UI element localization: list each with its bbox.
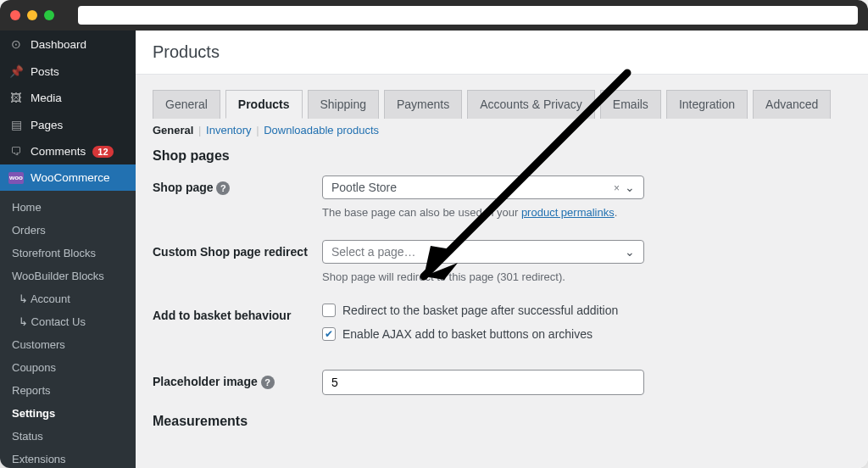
add-to-basket-label: Add to basket behaviour <box>153 309 291 322</box>
custom-redirect-desc: Shop page will redirect to this page (30… <box>322 269 678 286</box>
tab-products[interactable]: Products <box>225 90 303 119</box>
tab-emails[interactable]: Emails <box>600 90 661 119</box>
media-icon: 🖾 <box>8 92 24 104</box>
settings-subtabs: General | Inventory | Downloadable produ… <box>153 124 851 136</box>
comment-icon: 🗨 <box>8 145 24 158</box>
sidebar-item-comments[interactable]: 🗨Comments12 <box>0 138 136 164</box>
ajax-basket-label: Enable AJAX add to basket buttons on arc… <box>342 327 593 341</box>
main-content: Products General Products Shipping Payme… <box>136 31 868 468</box>
minimize-window-icon[interactable] <box>27 10 37 20</box>
dashboard-icon: ⊙ <box>8 37 24 51</box>
sidebar: ⊙Dashboard 📌Posts 🖾Media ▤Pages 🗨Comment… <box>0 31 136 468</box>
tab-advanced[interactable]: Advanced <box>753 90 831 119</box>
tab-general[interactable]: General <box>153 90 220 119</box>
custom-redirect-select[interactable]: Select a page… ⌄ <box>322 240 644 264</box>
sidebar-item-label: Media <box>31 92 62 104</box>
pin-icon: 📌 <box>8 64 24 78</box>
sidebar-item-dashboard[interactable]: ⊙Dashboard <box>0 31 136 58</box>
shop-page-desc: The base page can also be used in your p… <box>322 204 678 221</box>
sidebar-sub-home[interactable]: Home <box>0 196 136 219</box>
tab-shipping[interactable]: Shipping <box>308 90 380 119</box>
sidebar-item-posts[interactable]: 📌Posts <box>0 58 136 85</box>
section-measurements: Measurements <box>153 414 851 429</box>
sidebar-item-label: Pages <box>31 119 63 131</box>
sidebar-item-woocommerce[interactable]: wooWooCommerce <box>0 164 136 191</box>
sidebar-sub-coupons[interactable]: Coupons <box>0 356 136 379</box>
sidebar-item-label: WooCommerce <box>31 171 110 184</box>
sidebar-sub-status[interactable]: Status <box>0 425 136 448</box>
section-shop-pages: Shop pages <box>153 148 851 164</box>
sidebar-sub-extensions[interactable]: Extensions <box>0 448 136 468</box>
sidebar-sub-storefront-blocks[interactable]: Storefront Blocks <box>0 242 136 265</box>
tab-payments[interactable]: Payments <box>384 90 462 119</box>
sidebar-item-media[interactable]: 🖾Media <box>0 85 136 111</box>
sidebar-item-label: Dashboard <box>31 38 86 51</box>
sidebar-sub-orders[interactable]: Orders <box>0 219 136 242</box>
redirect-basket-checkbox-row[interactable]: Redirect to the basket page after succes… <box>322 304 678 317</box>
close-window-icon[interactable] <box>10 10 20 20</box>
sidebar-sub-reports[interactable]: Reports <box>0 379 136 402</box>
product-permalinks-link[interactable]: product permalinks <box>521 206 615 219</box>
custom-redirect-label: Custom Shop page redirect <box>153 245 308 259</box>
woocommerce-icon: woo <box>8 172 24 184</box>
maximize-window-icon[interactable] <box>44 10 54 20</box>
comments-badge: 12 <box>92 146 113 158</box>
checkbox-unchecked-icon[interactable] <box>322 304 336 317</box>
help-icon[interactable]: ? <box>216 181 230 195</box>
sidebar-sub-contact-us[interactable]: ↳ Contact Us <box>0 310 136 333</box>
url-bar[interactable] <box>78 6 858 25</box>
clear-icon[interactable]: × <box>614 182 620 194</box>
shop-page-value: Pootle Store <box>331 181 397 194</box>
shop-page-label: Shop page <box>153 181 214 194</box>
redirect-basket-label: Redirect to the basket page after succes… <box>342 304 618 317</box>
sidebar-sub-account[interactable]: ↳ Account <box>0 287 136 310</box>
help-icon[interactable]: ? <box>261 376 275 389</box>
sidebar-sub-customers[interactable]: Customers <box>0 333 136 356</box>
tab-accounts-privacy[interactable]: Accounts & Privacy <box>467 90 595 119</box>
page-title: Products <box>136 31 868 75</box>
subtab-downloadable[interactable]: Downloadable products <box>264 124 379 136</box>
settings-tabs: General Products Shipping Payments Accou… <box>153 90 851 119</box>
chevron-down-icon: ⌄ <box>625 181 635 194</box>
ajax-basket-checkbox-row[interactable]: Enable AJAX add to basket buttons on arc… <box>322 327 678 341</box>
woocommerce-submenu: Home Orders Storefront Blocks WooBuilder… <box>0 191 136 468</box>
checkbox-checked-icon[interactable] <box>322 327 336 341</box>
pages-icon: ▤ <box>8 118 24 131</box>
shop-page-select[interactable]: Pootle Store ×⌄ <box>322 176 644 199</box>
sidebar-item-label: Comments <box>31 145 86 158</box>
placeholder-image-input[interactable] <box>322 370 644 395</box>
sidebar-sub-settings[interactable]: Settings <box>0 402 136 425</box>
subtab-inventory[interactable]: Inventory <box>206 124 251 136</box>
custom-redirect-placeholder: Select a page… <box>331 245 416 259</box>
titlebar <box>0 0 868 31</box>
sidebar-item-pages[interactable]: ▤Pages <box>0 111 136 138</box>
tab-integration[interactable]: Integration <box>666 90 748 119</box>
placeholder-image-label: Placeholder image <box>153 375 258 388</box>
sidebar-item-label: Posts <box>31 65 59 78</box>
chevron-down-icon: ⌄ <box>625 245 635 259</box>
subtab-general[interactable]: General <box>153 124 193 136</box>
sidebar-sub-woobuilder-blocks[interactable]: WooBuilder Blocks <box>0 265 136 287</box>
